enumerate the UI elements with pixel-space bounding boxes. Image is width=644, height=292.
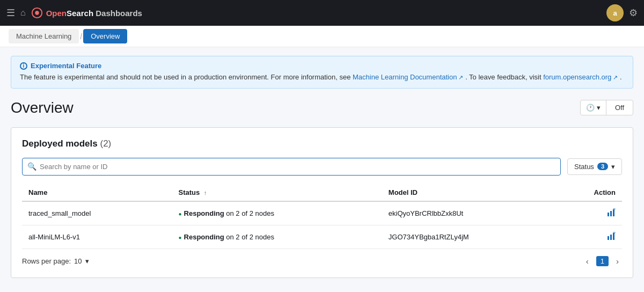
topbar-right: a ⚙	[606, 4, 638, 21]
experimental-title: i Experimental Feature	[20, 62, 624, 70]
cell-action	[562, 225, 622, 249]
svg-point-1	[35, 11, 39, 14]
status-responding: Responding	[184, 233, 224, 241]
status-filter-badge: 3	[597, 163, 608, 170]
home-icon[interactable]: ⌂	[20, 8, 26, 18]
deployed-models-title: Deployed models (2)	[22, 138, 622, 149]
status-responding: Responding	[184, 209, 224, 217]
logo-dashboards: Dashboards	[96, 9, 142, 18]
settings-icon[interactable]: ⚙	[629, 7, 638, 19]
status-filter-label: Status	[574, 163, 594, 171]
search-input[interactable]	[22, 158, 561, 176]
experimental-title-text: Experimental Feature	[31, 62, 101, 70]
refresh-control: 🕐 ▾ Off	[580, 100, 633, 115]
svg-rect-7	[610, 235, 612, 240]
experimental-text-after: .	[620, 73, 622, 81]
svg-rect-6	[608, 236, 609, 240]
experimental-banner: i Experimental Feature The feature is ex…	[11, 56, 633, 89]
logo-text: OpenSearch Dashboards	[46, 9, 142, 18]
table-row: traced_small_model ●Responding on 2 of 2…	[22, 201, 622, 225]
search-wrapper: 🔍	[22, 158, 561, 176]
hamburger-icon[interactable]: ☰	[6, 7, 15, 19]
search-icon: 🔍	[27, 162, 36, 171]
col-header-status[interactable]: Status ↑	[172, 184, 382, 201]
breadcrumb-separator: /	[79, 32, 83, 41]
svg-point-9	[613, 232, 615, 233]
rows-per-page-control[interactable]: Rows per page: 10 ▾	[22, 257, 89, 265]
breadcrumb-current-overview: Overview	[83, 29, 127, 43]
status-nodes: on 2 of 2 nodes	[224, 233, 274, 241]
clock-icon: 🕐	[586, 104, 595, 112]
refresh-button[interactable]: 🕐 ▾	[581, 100, 606, 115]
deployed-models-label: Deployed models	[22, 138, 98, 149]
refresh-chevron: ▾	[597, 104, 601, 112]
current-page: 1	[596, 256, 609, 266]
svg-point-5	[613, 208, 615, 210]
status-filter-button[interactable]: Status 3 ▾	[567, 158, 622, 175]
status-filter-chevron: ▾	[611, 163, 615, 171]
opensearch-logo-icon	[31, 7, 43, 19]
svg-rect-8	[613, 233, 614, 240]
cell-action	[562, 201, 622, 225]
action-icon[interactable]	[607, 209, 616, 218]
topbar: ☰ ⌂ OpenSearch Dashboards a ⚙	[0, 0, 644, 26]
info-icon: i	[20, 62, 27, 70]
sort-icon: ↑	[204, 189, 207, 196]
forum-link[interactable]: forum.opensearch.org	[543, 73, 618, 81]
cell-name: traced_small_model	[22, 201, 172, 225]
ml-documentation-link[interactable]: Machine Learning Documentation	[353, 73, 463, 81]
search-row: 🔍 Status 3 ▾	[22, 158, 622, 176]
deployed-models-count: (2)	[100, 138, 112, 149]
col-header-action: Action	[562, 184, 622, 201]
cell-model-id: ekiQyoYBrCRlbbZxk8Ut	[382, 201, 562, 225]
svg-rect-4	[613, 209, 614, 216]
experimental-text-middle: . To leave feedback, visit	[465, 73, 541, 81]
breadcrumb-bar: Machine Learning / Overview	[0, 26, 644, 47]
cell-name: all-MiniLM-L6-v1	[22, 225, 172, 249]
refresh-status: Off	[606, 100, 633, 115]
models-table-body: traced_small_model ●Responding on 2 of 2…	[22, 201, 622, 249]
page-header: Overview 🕐 ▾ Off	[11, 99, 633, 116]
topbar-left: ☰ ⌂ OpenSearch Dashboards	[6, 7, 142, 19]
status-indicator: ●	[179, 235, 182, 240]
action-icon[interactable]	[607, 233, 616, 242]
experimental-text: The feature is experimental and should n…	[20, 72, 624, 83]
prev-page-button[interactable]: ‹	[583, 256, 592, 267]
logo-area: OpenSearch Dashboards	[31, 7, 142, 19]
cell-status: ●Responding on 2 of 2 nodes	[172, 201, 382, 225]
cell-status: ●Responding on 2 of 2 nodes	[172, 225, 382, 249]
experimental-text-before: The feature is experimental and should n…	[20, 73, 350, 81]
rows-per-page-value: 10	[74, 257, 82, 265]
cell-model-id: JGO734YBgba1RtZLy4jM	[382, 225, 562, 249]
deployed-models-card: Deployed models (2) 🔍 Status 3 ▾ Name	[11, 127, 633, 278]
col-header-name: Name	[22, 184, 172, 201]
svg-rect-2	[608, 213, 609, 216]
breadcrumb-machine-learning[interactable]: Machine Learning	[9, 29, 79, 43]
pagination-row: Rows per page: 10 ▾ ‹ 1 ›	[22, 256, 622, 267]
status-nodes: on 2 of 2 nodes	[224, 209, 274, 217]
rows-per-page-label: Rows per page:	[22, 257, 71, 265]
rows-per-page-chevron: ▾	[85, 257, 89, 265]
logo-open: Open	[46, 9, 67, 18]
logo-search: Search	[67, 9, 93, 18]
avatar[interactable]: a	[606, 4, 624, 21]
models-table: Name Status ↑ Model ID Action traced_sm	[22, 184, 622, 249]
status-indicator: ●	[179, 211, 182, 217]
main-content: i Experimental Feature The feature is ex…	[0, 47, 644, 287]
next-page-button[interactable]: ›	[613, 256, 622, 267]
table-row: all-MiniLM-L6-v1 ●Responding on 2 of 2 n…	[22, 225, 622, 249]
pagination-controls: ‹ 1 ›	[583, 256, 622, 267]
table-header-row: Name Status ↑ Model ID Action	[22, 184, 622, 201]
page-title: Overview	[11, 99, 74, 116]
col-header-model-id: Model ID	[382, 184, 562, 201]
svg-rect-3	[610, 211, 612, 216]
